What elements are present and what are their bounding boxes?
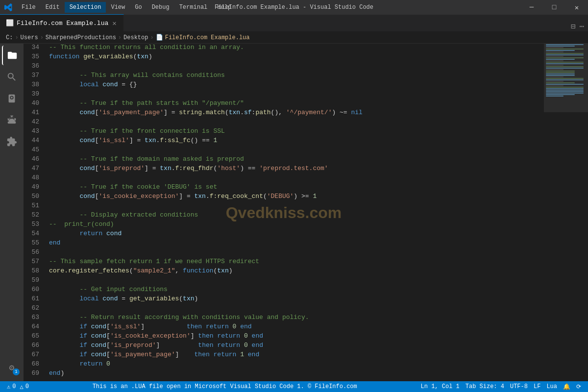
breadcrumb-users[interactable]: Users [21, 34, 38, 41]
line-content[interactable]: local cond = {} [47, 81, 544, 90]
line-content[interactable]: return cond [47, 230, 544, 239]
activity-debug[interactable] [2, 110, 22, 130]
status-position[interactable]: Ln 1, Col 1 [418, 381, 463, 392]
status-errors[interactable]: ⚠ 0 △ 0 [4, 381, 32, 392]
title-bar-left: File Edit Selection View Go Debug Termin… [0, 2, 236, 13]
breadcrumb-file[interactable]: FileInfo.com Example.lua [165, 34, 250, 41]
maximize-button[interactable]: □ [543, 0, 565, 15]
activity-extensions[interactable] [2, 132, 22, 151]
status-tab-size[interactable]: Tab Size: 4 [463, 381, 507, 392]
tab-close-button[interactable]: ✕ [111, 19, 117, 28]
line-number: 34 [24, 44, 47, 53]
line-number: 46 [24, 155, 47, 165]
table-row: 54 return cond [24, 230, 544, 239]
table-row: 45 [24, 146, 544, 155]
breadcrumb-desktop[interactable]: Desktop [123, 34, 148, 41]
menu-edit[interactable]: Edit [41, 2, 65, 13]
line-content[interactable]: end [47, 239, 544, 248]
line-content[interactable]: -- This sample fetch return 1 if we need… [47, 258, 544, 267]
status-left: ⚠ 0 △ 0 [4, 381, 32, 392]
split-editor-icon[interactable]: ⊟ [571, 22, 576, 31]
line-content[interactable]: -- True if the cookie 'DEBUG' is set [47, 183, 544, 193]
line-content[interactable]: cond['is_ssl'] = txn.f:ssl_fc() == 1 [47, 137, 544, 146]
line-content[interactable]: -- True if the domain name asked is prep… [47, 155, 544, 165]
code-scroll[interactable]: 34-- This function returns all condition… [24, 44, 544, 381]
code-view[interactable]: Qvedkniss.com 34-- This function returns… [24, 44, 544, 381]
menu-go[interactable]: Go [130, 2, 147, 13]
menu-terminal[interactable]: Terminal [174, 2, 213, 13]
line-content[interactable]: if cond['is_payment_page'] then return 1… [47, 351, 544, 360]
line-content[interactable]: function get_variables(txn) [47, 53, 544, 62]
line-content[interactable]: -- print_r(cond) [47, 220, 544, 230]
line-content[interactable] [47, 248, 544, 258]
line-number: 37 [24, 72, 47, 81]
table-row: 65 if cond['is_cookie_exception'] then r… [24, 332, 544, 342]
table-row: 42 [24, 118, 544, 127]
line-content[interactable]: -- True if the front connection is SSL [47, 127, 544, 137]
line-content[interactable]: if cond['is_ssl'] then return 0 end [47, 323, 544, 332]
line-content[interactable]: return 0 [47, 360, 544, 369]
line-content[interactable] [47, 276, 544, 286]
line-content[interactable]: cond['is_preprod'] = txn.f:req_fhdr('hos… [47, 165, 544, 174]
menu-file[interactable]: File [17, 2, 41, 13]
line-content[interactable]: end) [47, 369, 544, 379]
status-encoding[interactable]: UTF-8 [507, 381, 531, 392]
line-content[interactable] [47, 174, 544, 183]
line-content[interactable]: -- This function returns all condition i… [47, 44, 544, 53]
table-row: 64 if cond['is_ssl'] then return 0 end [24, 323, 544, 332]
activity-settings[interactable]: ⚙ [2, 358, 22, 377]
menu-debug[interactable]: Debug [147, 2, 174, 13]
breadcrumb-drive[interactable]: C: [6, 34, 13, 41]
status-notifications[interactable]: 🔔 [560, 381, 573, 392]
menu-selection[interactable]: Selection [65, 2, 106, 13]
table-row: 57-- This sample fetch return 1 if we ne… [24, 258, 544, 267]
line-content[interactable]: local cond = get_variables(txn) [47, 295, 544, 304]
line-content[interactable] [47, 118, 544, 127]
activity-search[interactable] [2, 67, 22, 87]
line-number: 43 [24, 127, 47, 137]
table-row: 48 [24, 174, 544, 183]
status-language[interactable]: Lua [543, 381, 560, 392]
table-row: 47 cond['is_preprod'] = txn.f:req_fhdr('… [24, 165, 544, 174]
status-sync[interactable]: ⟳ [573, 381, 584, 392]
table-row: 68 return 0 [24, 360, 544, 369]
status-center-message: This is an .LUA file open in Microsoft V… [32, 383, 418, 390]
table-row: 37 -- This array will contains condition… [24, 72, 544, 81]
line-content[interactable]: -- True if the path starts with "/paymen… [47, 99, 544, 109]
line-content[interactable]: core.register_fetches("sample2_1", funct… [47, 267, 544, 276]
status-right: Ln 1, Col 1 Tab Size: 4 UTF-8 LF Lua 🔔 ⟳ [418, 381, 584, 392]
status-line-ending[interactable]: LF [531, 381, 543, 392]
line-content[interactable] [47, 202, 544, 211]
activity-git[interactable] [2, 89, 22, 108]
line-number: 57 [24, 258, 47, 267]
line-content[interactable] [47, 90, 544, 99]
table-row: 51 [24, 202, 544, 211]
line-content[interactable] [47, 304, 544, 314]
line-content[interactable] [47, 62, 544, 72]
line-content[interactable]: -- This array will contains conditions [47, 72, 544, 81]
table-row: 49 -- True if the cookie 'DEBUG' is set [24, 183, 544, 193]
line-number: 68 [24, 360, 47, 369]
breadcrumb-productions[interactable]: SharpenedProductions [46, 34, 116, 41]
line-content[interactable]: cond['is_payment_page'] = string.match(t… [47, 109, 544, 118]
line-number: 47 [24, 165, 47, 174]
line-content[interactable]: -- Display extracted conditions [47, 211, 544, 220]
line-content[interactable]: if cond['is_cookie_exception'] then retu… [47, 332, 544, 342]
line-number: 36 [24, 62, 47, 72]
table-row: 40 -- True if the path starts with "/pay… [24, 99, 544, 109]
line-content[interactable]: cond['is_cookie_exception'] = txn.f:req_… [47, 193, 544, 202]
line-number: 63 [24, 314, 47, 323]
tab-file[interactable]: ⬜ FileInfo.com Example.lua ✕ [0, 14, 124, 31]
line-number: 48 [24, 174, 47, 183]
line-content[interactable]: if cond['is_preprod'] then return 0 end [47, 342, 544, 351]
line-content[interactable]: -- Get input conditions [47, 286, 544, 295]
line-content[interactable]: -- Return result according with conditio… [47, 314, 544, 323]
minimize-button[interactable]: ─ [520, 0, 543, 15]
menu-view[interactable]: View [106, 2, 130, 13]
status-bar: ⚠ 0 △ 0 This is an .LUA file open in Mic… [0, 381, 588, 392]
activity-explorer[interactable] [2, 46, 22, 65]
close-button[interactable]: ✕ [565, 0, 588, 15]
line-content[interactable] [47, 146, 544, 155]
table-row: 50 cond['is_cookie_exception'] = txn.f:r… [24, 193, 544, 202]
more-actions-icon[interactable]: ⋯ [579, 22, 584, 31]
